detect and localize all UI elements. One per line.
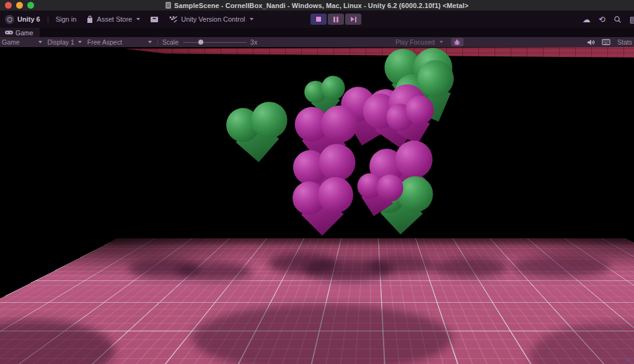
tab-game[interactable]: Game xyxy=(0,28,40,37)
shopping-bag-icon xyxy=(86,15,94,24)
play-controls xyxy=(310,14,361,25)
game-toolbar-right-group: Stats xyxy=(587,37,632,47)
step-button[interactable] xyxy=(345,14,361,25)
stats-toggle[interactable]: Stats xyxy=(617,38,632,46)
asset-store-label: Asset Store xyxy=(97,15,132,23)
aspect-ratio-dropdown[interactable]: Free Aspect xyxy=(86,37,156,47)
close-button[interactable] xyxy=(5,2,12,9)
scale-slider[interactable] xyxy=(183,39,247,45)
view-mode-label: Game xyxy=(2,38,20,46)
tab-bar: Game xyxy=(0,28,634,37)
fullscreen-button[interactable] xyxy=(27,2,34,9)
scale-label: Scale xyxy=(160,38,180,46)
toolbar-separator xyxy=(48,15,48,23)
debug-bug-toggle[interactable] xyxy=(451,38,464,46)
chevron-down-icon xyxy=(439,41,443,43)
floor-wrap xyxy=(0,47,634,364)
floor-plane xyxy=(0,238,634,364)
sign-in-button[interactable]: Sign in xyxy=(51,11,82,28)
version-control-button[interactable]: Unity Version Control xyxy=(164,11,258,28)
gamepad-icon xyxy=(5,30,13,35)
scale-value: 3x xyxy=(250,38,257,46)
document-icon xyxy=(165,2,171,9)
game-toolbar: Game Display 1 Free Aspect Scale 3x Play… xyxy=(0,37,634,47)
screenshot-toggle[interactable] xyxy=(602,39,610,45)
cloud-button[interactable]: ☁ xyxy=(583,15,591,24)
asset-store-button[interactable]: Asset Store xyxy=(81,11,145,28)
chevron-down-icon xyxy=(38,41,42,43)
display-label: Display 1 xyxy=(48,38,74,46)
unity-logo-icon: ⬡ xyxy=(5,15,14,24)
chevron-down-icon xyxy=(78,41,82,43)
view-mode-dropdown[interactable]: Game xyxy=(0,37,46,47)
layout-button[interactable]: ▤ xyxy=(630,15,634,24)
display-dropdown[interactable]: Display 1 xyxy=(46,37,86,47)
scale-slider-track[interactable] xyxy=(183,42,247,43)
package-manager-button[interactable] xyxy=(145,11,164,28)
play-focused-dropdown[interactable]: Play Focused xyxy=(395,38,435,46)
chevron-down-icon xyxy=(136,18,140,20)
version-control-icon xyxy=(169,15,178,23)
step-icon xyxy=(351,17,356,22)
pause-icon xyxy=(333,17,338,22)
traffic-lights xyxy=(5,2,34,9)
toolbar-left-group: ⬡ Unity 6 Sign in Asset Store xyxy=(0,11,258,28)
window-title: SampleScene - CornellBox_Nandi - Windows… xyxy=(174,2,469,9)
aspect-ratio-label: Free Aspect xyxy=(87,38,122,46)
titlebar: SampleScene - CornellBox_Nandi - Windows… xyxy=(0,0,634,11)
minimize-button[interactable] xyxy=(16,2,23,9)
version-control-label: Unity Version Control xyxy=(181,15,245,23)
game-viewport[interactable]: ▣ xyxy=(0,47,634,364)
search-button[interactable] xyxy=(614,15,622,24)
tab-game-label: Game xyxy=(15,29,33,37)
history-button[interactable]: ⟲ xyxy=(599,15,605,24)
toolbar-right-group: ☁ ⟲ ▤ xyxy=(583,11,634,28)
window-title-group: SampleScene - CornellBox_Nandi - Windows… xyxy=(0,2,634,9)
play-focused-group: Play Focused xyxy=(395,37,464,47)
unity-account-button[interactable]: ⬡ Unity 6 xyxy=(0,11,45,28)
sign-in-label: Sign in xyxy=(56,15,77,23)
chevron-down-icon xyxy=(148,41,152,43)
chevron-down-icon xyxy=(250,18,253,20)
toolbar-separator xyxy=(157,39,158,46)
mute-audio-toggle[interactable] xyxy=(587,39,595,46)
scale-slider-thumb[interactable] xyxy=(198,40,203,45)
unity-editor-window: SampleScene - CornellBox_Nandi - Windows… xyxy=(0,0,634,364)
pause-button[interactable] xyxy=(328,14,344,25)
archive-box-icon xyxy=(150,15,159,23)
play-stop-button[interactable] xyxy=(310,14,327,25)
stop-icon xyxy=(316,17,321,22)
corner-glyph-icon: ▣ xyxy=(625,357,631,363)
main-toolbar: ⬡ Unity 6 Sign in Asset Store xyxy=(0,11,634,28)
unity-version-label: Unity 6 xyxy=(17,15,40,23)
